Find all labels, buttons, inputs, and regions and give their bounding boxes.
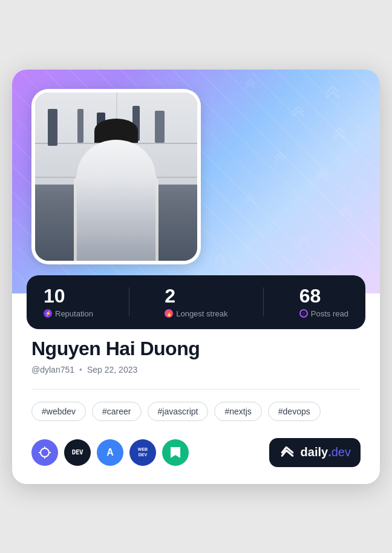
profile-card: 10 ⚡ Reputation 2 🔥 Longest streak 68 ○ … [12, 70, 380, 484]
tag-career[interactable]: #career [92, 402, 141, 421]
card-body: Nguyen Hai Duong @dylan751 • Sep 22, 202… [12, 335, 380, 484]
card-header [12, 70, 380, 293]
tag-devops[interactable]: #devops [268, 402, 321, 421]
posts-stat: 68 ○ Posts read [299, 286, 348, 318]
integration-devto[interactable]: DEV [64, 439, 91, 466]
tags-container: #webdev #career #javascript #nextjs #dev… [31, 402, 361, 421]
content-divider [31, 389, 361, 390]
streak-label: 🔥 Longest streak [165, 309, 227, 318]
stats-bar: 10 ⚡ Reputation 2 🔥 Longest streak 68 ○ … [27, 275, 365, 329]
tag-webdev[interactable]: #webdev [31, 402, 86, 421]
user-name: Nguyen Hai Duong [31, 338, 361, 360]
meta-separator: • [79, 365, 82, 375]
daily-dev-brand: daily.dev [269, 438, 361, 467]
integrations-row: DEV A WEBDEV [31, 438, 361, 467]
daily-dev-logo-icon [279, 444, 296, 461]
reputation-value: 10 [44, 286, 93, 306]
posts-icon: ○ [299, 309, 308, 318]
user-handle: @dylan751 [31, 365, 74, 375]
reputation-icon: ⚡ [44, 309, 52, 318]
posts-label: ○ Posts read [299, 309, 348, 318]
user-meta: @dylan751 • Sep 22, 2023 [31, 365, 361, 375]
svg-point-0 [41, 448, 49, 457]
streak-stat: 2 🔥 Longest streak [165, 286, 227, 318]
avatar-photo [35, 93, 197, 261]
stat-divider-1 [129, 287, 129, 316]
reputation-stat: 10 ⚡ Reputation [44, 286, 93, 318]
stat-divider-2 [263, 287, 264, 316]
integration-icons: DEV A WEBDEV [31, 439, 189, 466]
posts-value: 68 [299, 286, 348, 306]
integration-bookmark[interactable] [162, 439, 189, 466]
streak-icon: 🔥 [165, 309, 173, 318]
integration-webdev[interactable]: WEBDEV [129, 439, 156, 466]
user-join-date: Sep 22, 2023 [87, 365, 137, 375]
streak-value: 2 [165, 286, 227, 306]
integration-crosshair[interactable] [31, 439, 58, 466]
daily-word: daily [301, 445, 328, 459]
daily-dev-text: daily.dev [301, 445, 351, 459]
reputation-label: ⚡ Reputation [44, 309, 93, 318]
integration-apollo[interactable]: A [97, 439, 123, 466]
avatar-wrapper [31, 89, 201, 264]
tag-nextjs[interactable]: #nextjs [214, 402, 261, 421]
avatar [35, 93, 197, 261]
tag-javascript[interactable]: #javascript [148, 402, 209, 421]
daily-dev-suffix: dev [332, 445, 351, 459]
